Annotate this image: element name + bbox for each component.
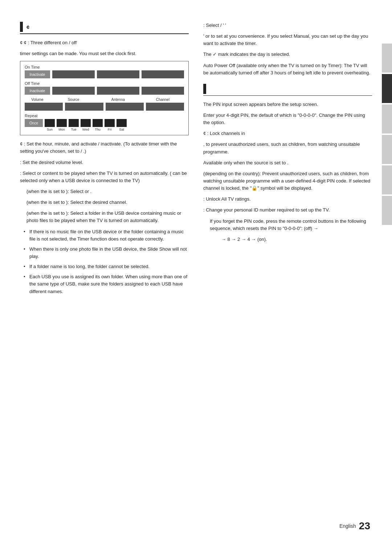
on-time-field-1 [52, 70, 95, 78]
left-para2: : Set the desired volume level. [20, 159, 189, 166]
off-time-inactive-text: Inactivate [30, 89, 45, 93]
right-change-pin: : Change your personal ID number require… [203, 206, 372, 214]
left-section-title: ¢ [26, 24, 30, 30]
on-time-fields: Inactivate [25, 70, 184, 78]
bullet-item-1: If there is no music file on the USB dev… [24, 228, 189, 243]
right-forget-pin: If you forget the PIN code, press the re… [203, 218, 372, 232]
right-unlock: : Unlock All TV ratings. [203, 196, 372, 203]
right-column: : Select / ' ' ' or to set at you conven… [203, 22, 372, 299]
repeat-label: Repeat [25, 114, 184, 118]
left-para4-indent2: (when the is set to ): Select the desire… [20, 199, 189, 206]
on-time-label: On Time [25, 65, 184, 69]
right-depending: (depending on the country): Prevent unau… [203, 170, 372, 192]
side-tab-1 [382, 44, 392, 73]
volume-field [25, 103, 63, 111]
antenna-label: Antenna [97, 98, 139, 102]
label-fri: Fri [105, 128, 115, 131]
bullet-list: If there is no music file on the USB dev… [20, 228, 189, 295]
left-intro-line2: timer settings can be made. You must set… [20, 50, 189, 57]
off-time-label: Off Time [25, 81, 184, 86]
on-time-row: On Time Inactivate [25, 65, 184, 78]
right-pin-line2: Enter your 4-digit PIN, the default of w… [203, 112, 372, 126]
side-tab-2 [382, 74, 392, 103]
main-content: ¢ ¢ ¢ : Three different on / off timer s… [20, 22, 372, 520]
day-tue [69, 119, 79, 127]
checkmark-icon: ✓ [213, 51, 217, 58]
left-section-header: ¢ [20, 22, 189, 34]
right-sequence: → 8 → 2 → 4 → (on). [203, 236, 372, 243]
right-or-line: ' or to set at you convenience. If you s… [203, 33, 372, 47]
day-sun [45, 119, 55, 127]
columns-container: ¢ ¢ ¢ : Three different on / off timer s… [20, 22, 372, 299]
off-time-row: Off Time Inactivate [25, 81, 184, 95]
antenna-field [106, 103, 144, 111]
left-para1: ¢ : Set the hour, minute, and activate /… [20, 140, 189, 155]
channel-field [146, 103, 184, 111]
side-tab-4 [382, 135, 392, 164]
right-auto-power: Auto Power Off (available only when the … [203, 62, 372, 77]
side-tabs [378, 0, 392, 542]
right-available: Available only when the source is set to… [203, 159, 372, 167]
label-mon: Mon [57, 128, 67, 131]
left-para3: : Select or content to be played when th… [20, 170, 189, 184]
bullet-item-4: Each USB you use is assigned its own fol… [24, 273, 189, 295]
repeat-once-text: Once [29, 121, 38, 125]
timer-diagram: On Time Inactivate Off Time [20, 61, 189, 135]
left-para4-indent1: (when the is set to ): Select or . [20, 188, 189, 195]
source-label: Source [52, 98, 95, 102]
side-tab-3 [382, 104, 392, 134]
repeat-row: Repeat Once [25, 114, 184, 131]
off-time-field-2 [97, 87, 139, 95]
right-pin-lock2: , to prevent unauthorized users, such as… [203, 141, 372, 155]
right-section-divider [203, 84, 372, 96]
section-bar-left [20, 22, 23, 32]
label-sat: Sat [117, 128, 127, 131]
day-sat [117, 119, 127, 127]
page: ¢ ¢ ¢ : Three different on / off timer s… [0, 0, 392, 542]
vac-fields [25, 103, 184, 111]
off-time-inactive-btn: Inactivate [25, 87, 50, 95]
on-time-field-2 [97, 70, 139, 78]
day-fri [105, 119, 115, 127]
right-select-line: : Select / ' ' [203, 22, 372, 29]
footer-page-number: 23 [359, 520, 370, 532]
footer: English 23 [339, 520, 370, 532]
right-pin-line1: The PIN input screen appears before the … [203, 101, 372, 108]
left-para4-indent3: (when the is set to ): Select a folder i… [20, 210, 189, 224]
off-time-field-1 [52, 87, 95, 95]
on-time-inactive-btn: Inactivate [25, 70, 50, 78]
volume-label: Volume [25, 98, 50, 102]
label-tue: Tue [69, 128, 79, 131]
bullet-item-3: If a folder name is too long, the folder… [24, 263, 189, 270]
label-wed: Wed [81, 128, 91, 131]
day-wed [81, 119, 91, 127]
on-time-field-3 [142, 70, 184, 78]
footer-language: English [339, 523, 356, 529]
left-column: ¢ ¢ ¢ : Three different on / off timer s… [20, 22, 189, 299]
side-tab-5 [382, 165, 392, 194]
source-field [65, 103, 103, 111]
left-intro-line1: ¢ ¢ : Three different on / off [20, 39, 189, 46]
bullet-item-2: When there is only one photo file in the… [24, 246, 189, 260]
label-sun: Sun [45, 128, 55, 131]
day-thu [93, 119, 103, 127]
repeat-day-labels: Sun Mon Tue Wed Thu Fri Sat [25, 128, 184, 131]
off-time-fields: Inactivate [25, 87, 184, 95]
day-mon [57, 119, 67, 127]
label-thu: Thu [93, 128, 103, 131]
off-time-field-3 [142, 87, 184, 95]
once-label-empty [25, 128, 43, 131]
repeat-once-btn: Once [25, 119, 43, 127]
right-checkmark-line: The ✓ mark indicates the day is selected… [203, 51, 372, 58]
repeat-fields: Once [25, 119, 184, 127]
timer-sub-labels: Volume Source Antenna Channel [25, 98, 184, 102]
side-tab-6 [382, 196, 392, 225]
right-pin-lock: ¢ : Lock channels in [203, 130, 372, 137]
on-time-inactive-text: Inactivate [30, 73, 45, 77]
channel-label: Channel [142, 98, 184, 102]
right-section-bar [203, 84, 206, 94]
